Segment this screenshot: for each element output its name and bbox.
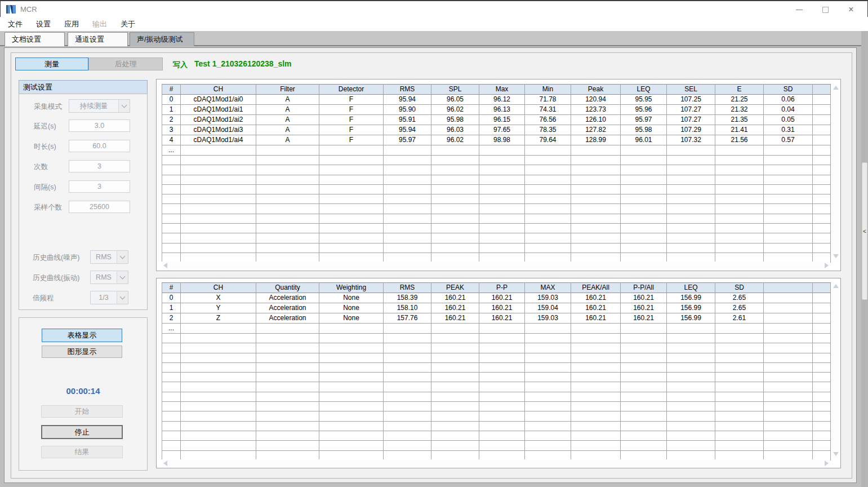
table-cell [667,184,715,194]
table-header-row: #CHFilterDetectorRMSSPLMaxMinPeakLEQSELE… [162,85,831,95]
table-cell [571,204,621,214]
table-cell: None [319,293,384,303]
history-vibration-combo[interactable]: RMS [90,271,128,284]
table-cell [667,382,715,392]
menu-about[interactable]: 关于 [115,17,141,31]
table-cell [181,165,256,175]
table-cell [162,373,181,382]
table-cell: 95.97 [621,115,667,125]
table-cell [571,382,621,392]
count-field[interactable]: 3 [69,160,130,172]
table-cell [256,165,319,175]
table-cell [384,156,431,165]
table-cell [525,243,571,253]
minimize-button[interactable] [786,2,812,17]
column-header: # [162,283,181,293]
scroll-left-icon[interactable] [163,263,167,268]
delay-field[interactable]: 3.0 [69,119,130,132]
menu-settings[interactable]: 设置 [30,17,56,31]
table-cell [319,411,384,421]
table-cell [667,373,715,382]
close-button[interactable]: × [838,2,864,17]
graph-display-button[interactable]: 图形显示 [42,346,122,358]
panel-collapse-button[interactable]: < [862,162,867,300]
sound-table-hscrollbar[interactable] [162,262,830,269]
table-cell: 126.10 [571,115,621,125]
table-cell [384,362,431,372]
scroll-right-icon[interactable] [825,461,829,466]
table-cell: 2.65 [715,293,764,303]
table-cell [621,324,667,334]
table-cell [319,233,384,243]
table-cell [571,402,621,411]
table-cell: 156.99 [667,293,715,303]
column-header: # [162,85,181,95]
menu-file[interactable]: 文件 [2,17,28,31]
acquisition-mode-combo[interactable]: 持续测量 [69,99,130,113]
dropdown-button[interactable] [117,291,128,304]
scroll-up-icon[interactable] [833,86,839,90]
table-cell [384,224,431,233]
dropdown-button[interactable] [117,271,128,284]
table-display-button[interactable]: 表格显示 [42,329,122,342]
interval-field[interactable]: 3 [69,180,130,193]
octave-combo[interactable]: 1/3 [90,291,128,304]
table-cell: 2.65 [715,303,764,313]
table-cell [181,411,256,421]
table-cell [571,392,621,401]
tab-channel-settings[interactable]: 通道设置 [68,32,128,46]
table-cell [256,450,319,460]
table-cell [715,243,764,253]
table-cell: 107.32 [667,135,715,145]
sample-count-field[interactable]: 25600 [69,201,130,213]
table-cell: 159.03 [525,313,571,324]
scroll-left-icon[interactable] [163,461,167,466]
table-cell: 79.64 [525,135,571,145]
tab-document-settings[interactable]: 文档设置 [5,32,65,46]
vibration-table-vscrollbar[interactable] [832,282,839,458]
history-noise-value: RMS [91,253,117,261]
table-cell [431,224,479,233]
table-cell: 107.25 [667,95,715,105]
table-cell: 160.21 [431,313,479,324]
postprocess-mode-button[interactable]: 后处理 [88,57,163,70]
sample-count-label: 采样个数 [34,203,62,212]
duration-field[interactable]: 60.0 [69,140,130,152]
vibration-table-hscrollbar[interactable] [162,459,830,467]
table-cell [525,343,571,353]
history-noise-combo[interactable]: RMS [90,250,128,264]
stop-button[interactable]: 停止 [41,425,123,439]
maximize-button[interactable] [812,2,838,17]
tab-sound-vibration-test[interactable]: 声/振动级测试 [130,32,194,46]
table-cell [384,165,431,175]
menu-apply[interactable]: 应用 [59,17,84,31]
table-cell [813,243,831,253]
table-row [162,214,831,223]
sound-table-vscrollbar[interactable] [832,84,839,260]
table-cell: Z [181,313,256,324]
scroll-up-icon[interactable] [833,284,839,288]
dropdown-button[interactable] [117,251,128,263]
table-cell [256,175,319,184]
dropdown-button[interactable] [118,100,130,112]
table-cell [162,156,181,165]
measure-mode-button[interactable]: 测量 [15,57,88,70]
scroll-down-icon[interactable] [833,254,839,258]
table-row: 2ZAccelerationNone157.76160.21160.21159.… [162,313,831,324]
table-cell [431,165,479,175]
table-cell [667,204,715,214]
table-cell [715,431,764,440]
table-cell [813,324,831,334]
table-cell: ... [162,324,181,334]
table-cell [764,334,813,343]
scroll-right-icon[interactable] [825,263,829,268]
table-cell [813,402,831,411]
table-cell: 158.39 [384,293,431,303]
table-cell [181,156,256,165]
table-cell [162,382,181,392]
table-row [162,382,831,392]
table-cell [525,334,571,343]
table-cell [479,194,525,204]
title-bar: MCR × [0,0,868,17]
scroll-down-icon[interactable] [833,452,839,456]
